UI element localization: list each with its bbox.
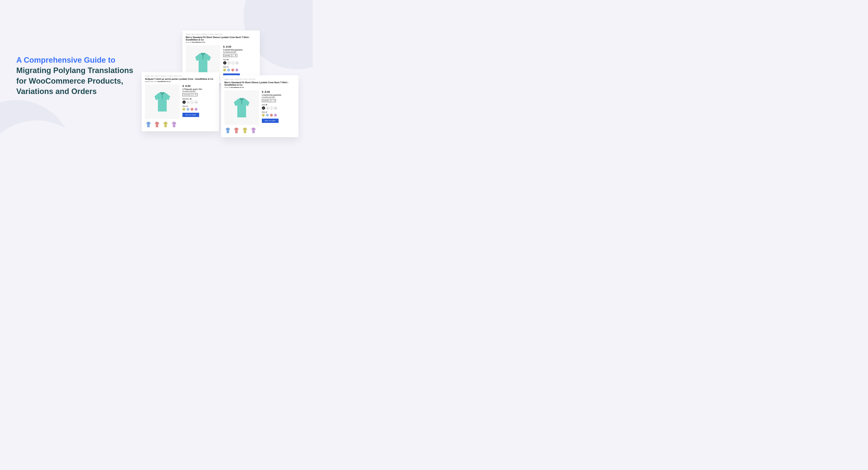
payment-info-sub: for orders over $35 <box>262 96 295 98</box>
color-swatches[interactable] <box>262 114 295 116</box>
size-label: Size M <box>223 59 256 61</box>
product-title: Men's Standard Fit Short Sleeve Lyndale … <box>224 81 295 86</box>
thumbnail[interactable] <box>162 121 169 128</box>
size-s[interactable]: S <box>187 101 190 104</box>
color-swatches[interactable] <box>223 69 256 71</box>
size2-label: Size M <box>223 66 256 68</box>
swatch[interactable] <box>266 114 269 116</box>
size2-label: Size M <box>182 105 216 107</box>
product-image <box>145 85 180 119</box>
breadcrumb: Target / Men / Men's Clothing / T-shirts… <box>145 75 216 77</box>
add-to-cart-button[interactable]: ADD TO CART <box>262 119 279 123</box>
payment-info-sub: for orders over $35 <box>182 90 216 92</box>
bg-decoration-bl-inner <box>0 121 94 165</box>
payment-info: 4 inerest-free payments <box>223 49 256 51</box>
size-l[interactable]: L <box>231 61 235 65</box>
swatch[interactable] <box>231 69 234 71</box>
color-swatches[interactable] <box>182 108 216 111</box>
size-label: Size M <box>262 104 295 106</box>
chevron-down-icon: ▼ <box>195 94 196 96</box>
thumbnail[interactable] <box>145 121 152 128</box>
size-xl[interactable]: XL <box>195 101 198 104</box>
swatch[interactable] <box>236 69 238 71</box>
chevron-down-icon: ▼ <box>273 100 275 102</box>
product-card-ko: Target / 남성 / 남성의류 / 티셔츠 / 베이직티 Men's St… <box>221 75 299 137</box>
size-l[interactable]: L <box>270 106 273 110</box>
payment-info-sub: for orders over $35 <box>223 51 256 53</box>
swatch[interactable] <box>223 69 226 71</box>
thumbnail[interactable] <box>233 127 240 134</box>
headline-main: Migrating Polylang Translations for WooC… <box>16 66 133 96</box>
swatch[interactable] <box>274 114 277 116</box>
thumbnail[interactable] <box>242 127 248 134</box>
product-thumbnails <box>224 127 295 134</box>
breadcrumb: Target / 남성 / 남성의류 / 티셔츠 / 베이직티 <box>224 78 295 80</box>
thumbnail[interactable] <box>154 121 160 128</box>
product-thumbnails <box>145 121 216 128</box>
size-m[interactable]: M <box>182 101 186 104</box>
swatch[interactable] <box>262 114 265 116</box>
payment-info: 4 inerest-free payments <box>262 94 295 96</box>
size-m[interactable]: M <box>262 106 265 110</box>
size-s[interactable]: S <box>266 106 269 110</box>
size2-label: Size M <box>262 111 295 113</box>
size-label: Μέγεθος: M <box>182 98 216 100</box>
shop-all-link[interactable]: Shop all Goodfellow & Co <box>224 87 295 88</box>
swatch[interactable] <box>187 108 189 111</box>
payment-info: 4 Πληρωμές χωρίς τόκο <box>182 88 216 90</box>
headline: A Comprehensive Guide to Migrating Polyl… <box>16 55 134 97</box>
size-xl[interactable]: XL <box>236 61 239 65</box>
product-card-el: Target / Men / Men's Clothing / T-shirts… <box>142 72 219 131</box>
thumbnail[interactable] <box>250 127 257 134</box>
swatch[interactable] <box>227 69 230 71</box>
quantity-stepper[interactable]: Quantity 1 ▼ <box>262 99 276 102</box>
product-title: Men's Standard Fit Short Sleeve Lyndale … <box>186 36 256 41</box>
product-cards-cluster: Target / Men / Men's Clothing / T-shirts… <box>142 31 301 136</box>
quantity-stepper[interactable]: Quantity 1 ▼ <box>223 54 237 57</box>
quantity-stepper[interactable]: Ποσότητα 1 ▼ <box>182 93 197 96</box>
thumbnail[interactable] <box>224 127 231 134</box>
breadcrumb: Target / Men / Men's Clothing / T-shirts… <box>186 33 256 35</box>
swatch[interactable] <box>182 108 185 111</box>
product-image <box>224 90 259 125</box>
size-m[interactable]: M <box>223 61 226 65</box>
swatch[interactable] <box>191 108 193 111</box>
size-options[interactable]: M S L XL <box>223 61 256 65</box>
price: $ .8.00 <box>262 90 295 93</box>
shop-all-link[interactable]: Αγορά όλων των Goodfellow & Co <box>145 80 216 82</box>
size-s[interactable]: S <box>227 61 230 65</box>
size-options[interactable]: M S L XL <box>262 106 295 110</box>
price: $ .8.00 <box>182 85 216 88</box>
shop-all-link[interactable]: Shop all Goodfellow & Co <box>186 41 256 43</box>
thumbnail[interactable] <box>170 121 178 128</box>
size-xl[interactable]: XL <box>274 106 277 110</box>
headline-accent: A Comprehensive Guide to <box>16 56 115 64</box>
size-options[interactable]: M S L XL <box>182 101 216 104</box>
size-l[interactable]: L <box>191 101 194 104</box>
swatch[interactable] <box>270 114 273 116</box>
swatch[interactable] <box>195 108 197 111</box>
add-to-cart-button[interactable]: ADD TO CART <box>182 113 199 117</box>
chevron-down-icon: ▼ <box>235 55 236 56</box>
product-title: Ανδρικό T-shirt με κοντό μανίκι Lyndale … <box>145 78 216 80</box>
price: $ .8.00 <box>223 45 256 48</box>
